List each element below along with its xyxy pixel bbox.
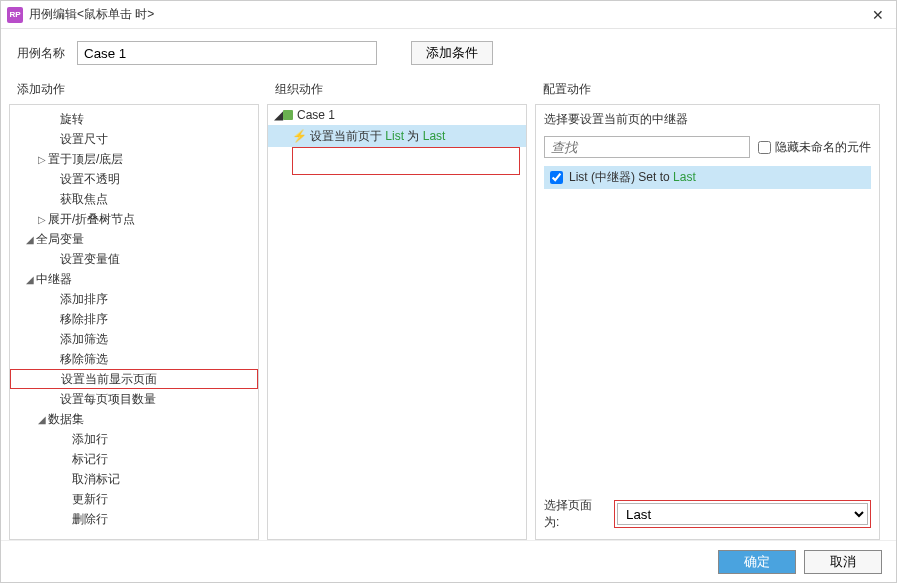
caret-icon: ▷ [36,214,48,225]
tree-item-label: 中继器 [36,271,72,288]
tree-item-label: 设置尺寸 [60,131,108,148]
dialog-footer: 确定 取消 [1,540,896,582]
case-row[interactable]: ◢ Case 1 [268,105,526,125]
search-input[interactable] [544,136,750,158]
columns: 添加动作 旋转设置尺寸▷置于顶层/底层设置不透明获取焦点▷展开/折叠树节点◢全局… [1,77,896,540]
page-select-row: 选择页面为: Last [536,489,879,539]
page-select-highlight: Last [614,500,871,528]
tree-item[interactable]: 设置不透明 [10,169,258,189]
tree-item-label: 设置每页项目数量 [60,391,156,408]
tree-item[interactable]: 设置当前显示页面 [10,369,258,389]
window-title: 用例编辑<鼠标单击 时> [29,6,866,23]
tree-item-label: 移除筛选 [60,351,108,368]
tree-item[interactable]: ◢数据集 [10,409,258,429]
tree-item[interactable]: 设置每页项目数量 [10,389,258,409]
tree-item-label: 旋转 [60,111,84,128]
caret-icon: ▷ [36,154,48,165]
hide-unnamed-label: 隐藏未命名的元件 [775,139,871,156]
action-row[interactable]: ⚡ 设置当前页于 List 为 Last [268,125,526,147]
case-name-row: 用例名称 添加条件 [1,29,896,77]
tree-item-label: 数据集 [48,411,84,428]
configure-search-row: 隐藏未命名的元件 [536,132,879,162]
action-tree: 旋转设置尺寸▷置于顶层/底层设置不透明获取焦点▷展开/折叠树节点◢全局变量设置变… [9,104,259,540]
caret-icon: ◢ [36,414,48,425]
tree-item-label: 获取焦点 [60,191,108,208]
case-editor-window: RP 用例编辑<鼠标单击 时> ✕ 用例名称 添加条件 添加动作 旋转设置尺寸▷… [0,0,897,583]
tree-item-label: 展开/折叠树节点 [48,211,135,228]
add-action-header: 添加动作 [5,77,263,104]
page-select-dropdown[interactable]: Last [617,503,868,525]
bolt-icon: ⚡ [292,129,306,143]
repeater-checkbox[interactable] [550,171,563,184]
tree-item-label: 移除排序 [60,311,108,328]
tree-item-label: 设置不透明 [60,171,120,188]
tree-item-label: 设置当前显示页面 [61,371,157,388]
tree-item-label: 取消标记 [72,471,120,488]
tree-item-label: 添加行 [72,431,108,448]
case-icon [283,110,293,120]
tree-item-label: 置于顶层/底层 [48,151,123,168]
case-label: Case 1 [297,108,335,122]
caret-icon: ◢ [274,108,283,122]
configure-action-column: 配置动作 选择要设置当前页的中继器 隐藏未命名的元件 [531,77,884,540]
add-condition-button[interactable]: 添加条件 [411,41,493,65]
tree-item-label: 设置变量值 [60,251,120,268]
tree-item[interactable]: 标记行 [10,449,258,469]
add-action-column: 添加动作 旋转设置尺寸▷置于顶层/底层设置不透明获取焦点▷展开/折叠树节点◢全局… [5,77,263,540]
tree-item-label: 删除行 [72,511,108,528]
tree-item[interactable]: 设置尺寸 [10,129,258,149]
tree-item[interactable]: 设置变量值 [10,249,258,269]
page-select-label: 选择页面为: [544,497,606,531]
repeater-list: List (中继器) Set to Last [536,162,879,193]
ok-button[interactable]: 确定 [718,550,796,574]
tree-item[interactable]: 取消标记 [10,469,258,489]
tree-item[interactable]: 获取焦点 [10,189,258,209]
organize-list: ◢ Case 1 ⚡ 设置当前页于 List 为 Last [267,104,527,540]
tree-item[interactable]: 添加行 [10,429,258,449]
highlight-box [292,147,520,175]
cancel-button[interactable]: 取消 [804,550,882,574]
action-text: 设置当前页于 List 为 Last [310,128,445,145]
hide-unnamed-checkbox[interactable] [758,141,771,154]
organize-action-header: 组织动作 [263,77,531,104]
tree-item-label: 添加排序 [60,291,108,308]
tree-item[interactable]: 添加筛选 [10,329,258,349]
tree-item-label: 更新行 [72,491,108,508]
tree-item-label: 全局变量 [36,231,84,248]
app-icon: RP [7,7,23,23]
caret-icon: ◢ [24,234,36,245]
titlebar: RP 用例编辑<鼠标单击 时> ✕ [1,1,896,29]
close-icon[interactable]: ✕ [866,7,890,23]
tree-item-label: 添加筛选 [60,331,108,348]
tree-item[interactable]: 移除筛选 [10,349,258,369]
case-name-input[interactable] [77,41,377,65]
tree-item[interactable]: ▷置于顶层/底层 [10,149,258,169]
tree-item-label: 标记行 [72,451,108,468]
repeater-item[interactable]: List (中继器) Set to Last [544,166,871,189]
tree-item[interactable]: ▷展开/折叠树节点 [10,209,258,229]
hide-unnamed-toggle[interactable]: 隐藏未命名的元件 [758,139,871,156]
configure-heading: 选择要设置当前页的中继器 [536,105,879,132]
tree-item[interactable]: 移除排序 [10,309,258,329]
configure-body: 选择要设置当前页的中继器 隐藏未命名的元件 [535,104,880,540]
configure-action-header: 配置动作 [531,77,884,104]
repeater-item-label: List (中继器) Set to Last [569,169,696,186]
tree-item[interactable]: ◢中继器 [10,269,258,289]
tree-item[interactable]: 旋转 [10,109,258,129]
case-name-label: 用例名称 [17,45,67,62]
tree-item[interactable]: 更新行 [10,489,258,509]
caret-icon: ◢ [24,274,36,285]
tree-item[interactable]: ◢全局变量 [10,229,258,249]
tree-item[interactable]: 删除行 [10,509,258,529]
organize-action-column: 组织动作 ◢ Case 1 ⚡ 设置当前页于 List 为 Last [263,77,531,540]
tree-item[interactable]: 添加排序 [10,289,258,309]
